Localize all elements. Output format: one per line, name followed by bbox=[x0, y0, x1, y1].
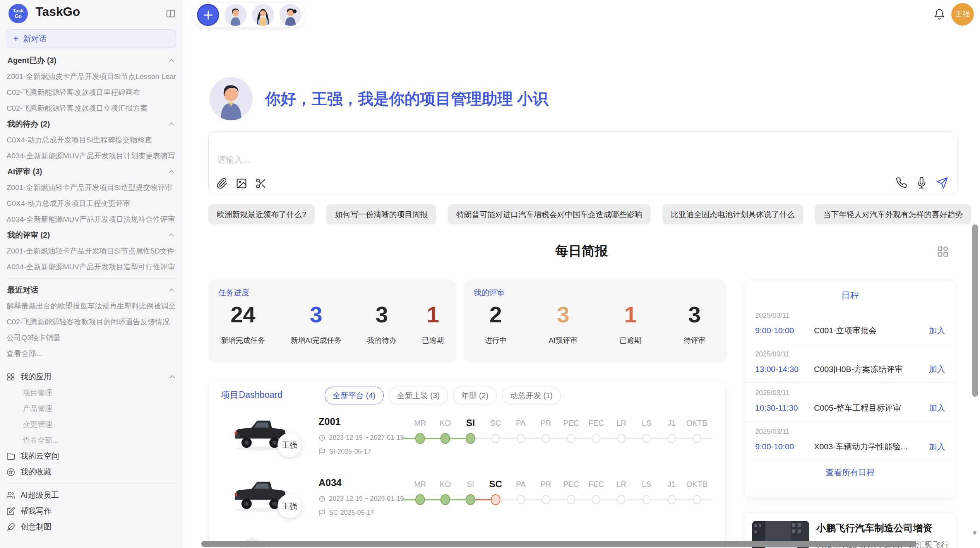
app-sub-item[interactable]: 产品管理 bbox=[7, 401, 176, 416]
layout-grid-icon[interactable] bbox=[937, 245, 949, 258]
sidebar-item[interactable]: C0X4-动力总成开发项目工程变更评审 bbox=[7, 195, 176, 211]
mic-icon[interactable] bbox=[916, 177, 927, 188]
dashboard-filter-pill[interactable]: 年型 (2) bbox=[453, 387, 497, 404]
app-sub-item[interactable]: 项目管理 bbox=[7, 385, 176, 401]
suggestion-chip[interactable]: 比亚迪全固态电池计划具体说了什么 bbox=[662, 204, 803, 224]
milestone-dot[interactable] bbox=[492, 434, 500, 443]
sidebar-item-help-write[interactable]: 帮我写作 bbox=[7, 503, 176, 519]
dashboard-filter-pill[interactable]: 动总开发 (1) bbox=[502, 387, 561, 404]
sidebar-group-header[interactable]: 我的评审 (2) bbox=[7, 227, 176, 243]
send-icon[interactable] bbox=[936, 177, 948, 189]
suggestion-chip[interactable]: 当下年轻人对汽车外观有怎样的喜好趋势 bbox=[815, 204, 971, 224]
sidebar-group-header[interactable]: Agent已办 (3) bbox=[7, 53, 176, 68]
join-button[interactable]: 加入 bbox=[929, 325, 945, 336]
milestone-dot[interactable] bbox=[592, 495, 600, 504]
suggestion-chip[interactable]: 特朗普可能对进口汽车增税会对中国车企造成哪些影响 bbox=[448, 204, 651, 224]
recent-view-all[interactable]: 查看全部... bbox=[7, 346, 176, 361]
recent-chat-item[interactable]: 解释最新出台的欧盟报废车法规再生塑料比例被调至15%... bbox=[7, 298, 176, 314]
avatar[interactable] bbox=[279, 4, 302, 26]
milestone-dot[interactable] bbox=[466, 433, 475, 444]
suggestion-chip[interactable]: 如何写一份清晰的项目周报 bbox=[326, 204, 436, 224]
scissors-icon[interactable] bbox=[255, 178, 267, 189]
sidebar-item-favorites[interactable]: 我的收藏 bbox=[7, 464, 176, 480]
milestone-dot[interactable] bbox=[415, 494, 425, 505]
sidebar-collapse-icon[interactable] bbox=[166, 9, 176, 19]
avatar[interactable] bbox=[224, 4, 247, 26]
add-session-button[interactable] bbox=[197, 4, 219, 26]
image-icon[interactable] bbox=[236, 178, 247, 189]
sidebar-item-creative-draw[interactable]: 创意制图 bbox=[7, 519, 176, 535]
quill-icon bbox=[7, 523, 15, 531]
milestone-dot[interactable] bbox=[517, 434, 525, 443]
sidebar-item[interactable]: C02-飞腾新能源轻客改款项目立项汇报方案 bbox=[7, 100, 176, 116]
suggestion-chip[interactable]: 欧洲新规最近颁布了什么? bbox=[208, 204, 315, 224]
stat-value: 2 bbox=[485, 302, 507, 327]
dashboard-filter-pill[interactable]: 全新上装 (3) bbox=[389, 387, 448, 404]
sidebar-item-cloud-space[interactable]: 我的云空间 bbox=[7, 448, 176, 464]
milestone-dot[interactable] bbox=[440, 494, 450, 505]
join-button[interactable]: 加入 bbox=[929, 441, 945, 452]
stat-item: 1已逾期 bbox=[620, 302, 642, 346]
chat-input-card[interactable]: 请输入... bbox=[208, 131, 958, 195]
milestone-cell bbox=[634, 430, 659, 447]
horizontal-scrollbar-thumb[interactable] bbox=[201, 541, 917, 547]
recent-chats-header[interactable]: 最近对话 bbox=[7, 282, 176, 298]
milestone-dot[interactable] bbox=[668, 434, 676, 443]
milestone-dot[interactable] bbox=[567, 495, 575, 504]
sidebar-item[interactable]: Z001-全新燃油皮卡产品开发项目SI节点Lesson Learn报告 bbox=[7, 68, 176, 84]
sidebar-group-header[interactable]: AI评审 (3) bbox=[7, 164, 176, 180]
stat-value: 3 bbox=[367, 302, 396, 327]
sidebar-group-header[interactable]: 我的待办 (2) bbox=[7, 116, 176, 132]
dashboard-filter-pill[interactable]: 全新平台 (4) bbox=[325, 387, 384, 404]
scroll-right-arrow[interactable]: ▶ bbox=[925, 539, 930, 548]
sidebar-item[interactable]: C0X4-动力总成开发项目SI里程碑提交物检查 bbox=[7, 132, 176, 148]
phone-icon[interactable] bbox=[896, 177, 907, 188]
sidebar-item[interactable]: A034-全新新能源MUV产品开发项目法规符合性评审 bbox=[7, 211, 176, 227]
milestone-dot[interactable] bbox=[592, 434, 600, 443]
attach-icon[interactable] bbox=[216, 178, 228, 189]
project-code: A034 bbox=[319, 477, 342, 488]
project-owner-badge: 王强 bbox=[278, 433, 302, 457]
sidebar-item-ai-employee[interactable]: AI超级员工 bbox=[7, 487, 176, 503]
milestone-dot[interactable] bbox=[517, 495, 525, 504]
new-chat-button[interactable]: + 新对话 bbox=[7, 29, 176, 48]
recent-chat-item[interactable]: C02-飞腾新能源轻客改款项目的闭环通告反馈情况 bbox=[7, 314, 176, 330]
milestone-dot[interactable] bbox=[642, 434, 651, 443]
schedule-row: 9:00-10:00X003-车辆动力学性能验...加入 bbox=[755, 441, 945, 452]
project-row[interactable]: 王强 Z001 2023-12-19 ~ 2027-01-19 SI-2025-… bbox=[209, 413, 725, 474]
milestone-dot[interactable] bbox=[466, 494, 475, 505]
milestone-dot[interactable] bbox=[415, 433, 425, 444]
view-all-schedule-link[interactable]: 查看所有日程 bbox=[744, 460, 956, 478]
notification-bell-icon[interactable] bbox=[934, 9, 945, 20]
vertical-scrollbar-thumb[interactable] bbox=[972, 224, 978, 397]
sidebar-item[interactable]: Z001-全新燃油轻卡产品开发项目SI造型提交物评审 bbox=[7, 180, 176, 195]
milestone-dot[interactable] bbox=[668, 495, 676, 504]
project-row[interactable]: 王强 A034 2023-12-19 ~ 2026-01-19 SC-2025-… bbox=[209, 474, 725, 535]
sidebar-item[interactable]: A034-全新新能源MUV产品开发项目计划变更表编写 bbox=[7, 148, 176, 164]
milestone-dot[interactable] bbox=[542, 434, 550, 443]
milestone-dot[interactable] bbox=[693, 434, 701, 443]
clock-icon bbox=[319, 495, 326, 502]
join-button[interactable]: 加入 bbox=[929, 364, 945, 375]
milestone-dot[interactable] bbox=[642, 495, 651, 504]
avatar[interactable] bbox=[252, 4, 274, 26]
recent-chat-item[interactable]: 公司Q3轻卡销量 bbox=[7, 330, 176, 346]
milestone-dot[interactable] bbox=[440, 433, 450, 444]
logo-line2: Go bbox=[15, 14, 22, 19]
sidebar-item[interactable]: A034-全新新能源MUV产品开发项目造型可行性评审 bbox=[7, 259, 176, 275]
my-apps-header[interactable]: 我的应用 bbox=[7, 369, 176, 385]
milestone-dot[interactable] bbox=[693, 495, 701, 504]
milestone-dot[interactable] bbox=[542, 495, 550, 504]
sidebar-item[interactable]: Z001-全新燃油轻卡产品开发项目SI节点属性5D文件评审 bbox=[7, 243, 176, 259]
app-sub-item[interactable]: 变更管理 bbox=[7, 416, 176, 432]
milestone-dot[interactable] bbox=[491, 494, 500, 505]
user-avatar[interactable]: 王强 bbox=[951, 3, 974, 26]
milestone-dot[interactable] bbox=[617, 434, 625, 443]
sidebar-item[interactable]: C02-飞腾新能源轻客改款项目里程碑画布 bbox=[7, 84, 176, 100]
milestone-cell bbox=[659, 491, 684, 508]
scroll-down-arrow[interactable]: ▼ bbox=[971, 529, 978, 537]
milestone-dot[interactable] bbox=[617, 495, 625, 504]
join-button[interactable]: 加入 bbox=[929, 402, 945, 413]
apps-view-all[interactable]: 查看全部... bbox=[7, 432, 176, 448]
milestone-dot[interactable] bbox=[567, 434, 575, 443]
